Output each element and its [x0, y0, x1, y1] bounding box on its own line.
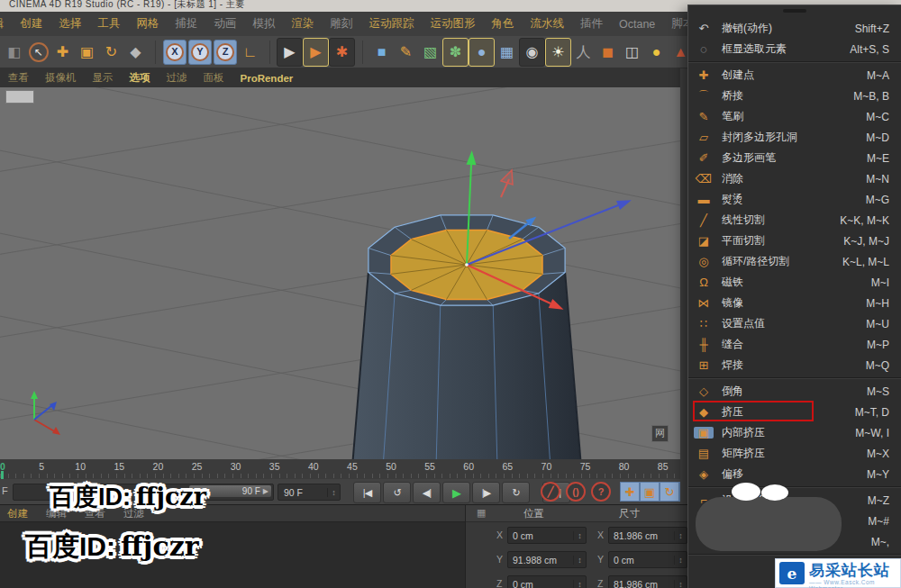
current-frame-field[interactable]: 90 F ↕	[278, 484, 341, 501]
position-X-field[interactable]: 0 cm↕	[507, 527, 587, 544]
coordinate-system-toggle[interactable]: ∟	[238, 39, 262, 66]
menu-item-create-point[interactable]: ✚创建点M~A	[688, 65, 901, 86]
lock-x-axis[interactable]: X	[163, 40, 187, 65]
timeline-ruler[interactable]: 0510152025303540455055606570758085	[0, 459, 680, 480]
spinner-icon[interactable]: ↕	[674, 531, 687, 540]
menu-item-iron[interactable]: ▬熨烫M~G	[688, 189, 901, 210]
keyframe-selection-button[interactable]: ?	[591, 482, 611, 502]
size-X-field[interactable]: 81.986 cm↕	[608, 527, 687, 544]
current-frame-marker[interactable]	[1, 471, 4, 479]
add-primitive-cube[interactable]: ■	[369, 39, 394, 66]
previous-frame-button[interactable]: ◀|	[413, 482, 441, 503]
menu-item-line-cut[interactable]: ╱线性切割K~K, M~K	[688, 210, 901, 231]
menubar-item-5[interactable]: 捕捉	[168, 16, 206, 32]
viewport-menu-item-5[interactable]: 面板	[196, 71, 232, 85]
menubar-item-9[interactable]: 雕刻	[323, 16, 361, 32]
record-keyframe-button[interactable]: ╱	[541, 482, 560, 502]
size-Z-field[interactable]: 81.986 cm↕	[608, 575, 687, 588]
record-rotation-toggle[interactable]: ↻	[660, 482, 679, 502]
play-button[interactable]: ▶	[442, 482, 470, 503]
record-scale-toggle[interactable]: ▣	[640, 482, 660, 502]
subdivision-surface-generator[interactable]: ▧	[418, 39, 442, 66]
menu-item-bridge[interactable]: ⌒桥接M~B, B	[688, 86, 901, 106]
menubar-item-6[interactable]: 动画	[206, 16, 245, 32]
render-active-button[interactable]: ▶	[303, 38, 329, 67]
menubar-item-13[interactable]: 流水线	[523, 16, 573, 32]
menubar-item-0[interactable]: 辑	[0, 16, 13, 32]
position-Y-field[interactable]: 91.988 cm↕	[507, 551, 587, 568]
menu-item-set-point-value[interactable]: ∷设置点值M~U	[688, 313, 901, 334]
lock-z-axis[interactable]: Z	[214, 40, 237, 65]
render-view-button[interactable]: ▶	[277, 38, 303, 67]
menu-item-extrude-inner[interactable]: ▣内部挤压M~W, I	[688, 422, 901, 443]
menu-item-weld[interactable]: ⊞焊接M~Q	[688, 355, 901, 375]
layout-switch[interactable]: ◫	[620, 39, 644, 66]
menu-item-magnet[interactable]: Ω磁铁M~I	[688, 272, 901, 293]
mograph-cloner[interactable]: ✽	[442, 38, 469, 67]
menubar-item-4[interactable]: 网格	[129, 16, 168, 32]
menubar-item-11[interactable]: 运动图形	[423, 16, 484, 32]
menu-drag-handle[interactable]	[783, 9, 806, 13]
menubar-item-7[interactable]: 模拟	[245, 16, 284, 32]
record-position-toggle[interactable]: ✚	[620, 482, 640, 502]
material-tab-0[interactable]: 创建	[7, 507, 28, 520]
menu-item-plane-cut[interactable]: ◪平面切割K~J, M~J	[688, 231, 901, 251]
viewport-menu-item-3[interactable]: 选项	[122, 71, 159, 85]
menubar-item-14[interactable]: 插件	[572, 16, 611, 32]
menu-item-stitch-sew[interactable]: ╫缝合M~P	[688, 334, 901, 355]
viewport-menu-item-6[interactable]: ProRender	[232, 73, 302, 84]
spinner-icon[interactable]: ↕	[573, 531, 586, 540]
menu-item-undo[interactable]: ↶撤销(动作)Shift+Z	[688, 18, 901, 39]
render-settings-button[interactable]: ✱	[329, 38, 355, 67]
play-loop-button[interactable]: ↻	[502, 482, 530, 503]
material-bucket[interactable]: ◼	[596, 39, 620, 66]
undo-partial-icon[interactable]: ◧	[2, 39, 26, 66]
menu-item-mirror[interactable]: ⋈镜像M~H	[688, 293, 901, 313]
move-tool[interactable]: ✚	[50, 39, 75, 66]
viewport-menu-item-2[interactable]: 显示	[85, 71, 122, 85]
camera-object[interactable]: ◉	[519, 38, 545, 67]
snap-xyz-ball[interactable]: ●	[644, 39, 669, 66]
light-object[interactable]: ☀	[545, 38, 571, 67]
viewport-menu-item-1[interactable]: 摄像机	[37, 71, 85, 85]
character-object[interactable]: 人	[571, 39, 596, 66]
spinner-icon[interactable]: ↕	[573, 556, 586, 565]
position-Z-field[interactable]: 0 cm↕	[507, 575, 587, 588]
lock-y-axis[interactable]: Y	[188, 40, 212, 65]
menubar-item-2[interactable]: 选择	[51, 16, 90, 32]
spinner-icon[interactable]: ↕	[674, 580, 687, 588]
autokey-button[interactable]: ()	[566, 482, 586, 502]
menubar-item-1[interactable]: 创建	[13, 16, 51, 32]
scale-tool[interactable]: ▣	[75, 39, 99, 66]
viewport-menu-item-4[interactable]: 过滤	[159, 71, 196, 85]
menu-item-frame-selection[interactable]: ◌框显选取元素Alt+S, S	[688, 39, 901, 59]
spline-pen-tool[interactable]: ✎	[394, 39, 418, 66]
menu-item-polygon-pen[interactable]: ✐多边形画笔M~E	[688, 148, 901, 168]
live-selection-tool[interactable]: ↖	[26, 39, 50, 66]
last-used-tool[interactable]: ◆	[123, 39, 148, 66]
size-Y-field[interactable]: 0 cm↕	[608, 551, 687, 568]
plane-grid-object[interactable]: ▦	[495, 39, 519, 66]
menu-item-brush[interactable]: ✎笔刷M~C	[688, 106, 901, 127]
play-backwards-button[interactable]: ↺	[383, 482, 411, 503]
menu-item-dissolve[interactable]: ⌫消除M~N	[688, 168, 901, 189]
menu-item-close-polygon-hole[interactable]: ▱封闭多边形孔洞M~D	[688, 127, 901, 148]
frame-spinner-icon[interactable]: ↕	[327, 488, 340, 497]
menu-item-bevel[interactable]: ◇倒角M~S	[688, 381, 901, 402]
menu-item-smooth-shift[interactable]: ◈偏移M~Y	[688, 464, 901, 484]
metaball-generator[interactable]: ●	[469, 38, 495, 67]
viewport-3d[interactable]: 网	[0, 87, 680, 459]
viewport-menu-item-0[interactable]: 查看	[0, 71, 37, 85]
menubar-item-8[interactable]: 渲染	[284, 16, 323, 32]
spinner-icon[interactable]: ↕	[674, 556, 687, 565]
record-parameter-toggle[interactable]: ◆	[679, 482, 680, 502]
menu-item-matrix-extrude[interactable]: ▤矩阵挤压M~X	[688, 443, 901, 464]
menubar-item-10[interactable]: 运动跟踪	[361, 16, 423, 32]
menubar-item-3[interactable]: 工具	[90, 16, 129, 32]
menu-item-loop-path-cut[interactable]: ◎循环/路径切割K~L, M~L	[688, 251, 901, 272]
menubar-item-15[interactable]: Octane	[611, 18, 663, 31]
next-frame-button[interactable]: |▶	[472, 482, 500, 503]
viewport-canvas[interactable]	[0, 87, 680, 459]
rotate-tool[interactable]: ↻	[99, 39, 123, 66]
menu-item-extrude[interactable]: ◆挤压M~T, D	[688, 402, 901, 422]
